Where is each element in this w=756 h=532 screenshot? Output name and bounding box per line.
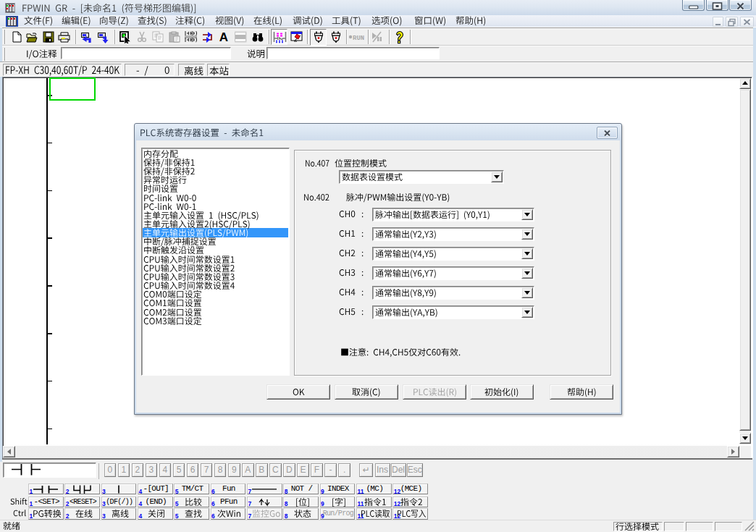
svg-text:RUN: RUN: [353, 35, 364, 42]
svg-text:A: A: [219, 30, 228, 43]
